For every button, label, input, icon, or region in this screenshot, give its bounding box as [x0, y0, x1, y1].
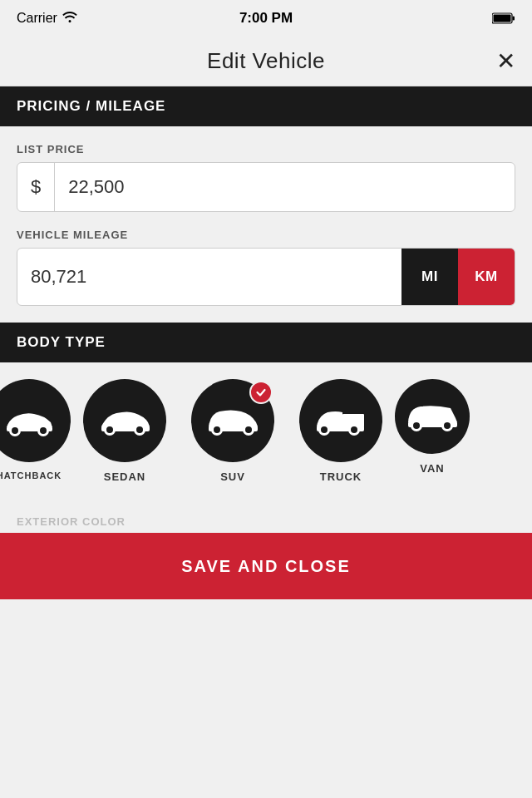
mileage-field: 80,721 MI KM — [17, 248, 515, 306]
vehicle-hatchback[interactable]: HATCHBACK — [0, 379, 71, 480]
battery-icon — [492, 12, 515, 24]
van-label: VAN — [420, 462, 444, 475]
close-button[interactable]: ✕ — [496, 50, 515, 73]
sedan-label: SEDAN — [104, 470, 146, 483]
pricing-content: LIST PRICE $ VEHICLE MILEAGE 80,721 MI K… — [0, 126, 532, 323]
svg-point-27 — [413, 422, 420, 429]
selected-badge — [249, 381, 273, 404]
van-circle — [395, 379, 470, 454]
svg-rect-1 — [494, 15, 511, 22]
save-button-label: SAVE AND CLOSE — [181, 557, 351, 576]
status-bar: Carrier 7:00 PM — [0, 0, 532, 37]
svg-point-16 — [214, 426, 220, 433]
header: Edit Vehicle ✕ — [0, 37, 532, 86]
pricing-heading: PRICING / MILEAGE — [17, 98, 165, 114]
wifi-icon — [62, 11, 77, 26]
body-type-section-header: BODY TYPE — [0, 323, 532, 362]
mi-button[interactable]: MI — [401, 249, 458, 305]
svg-point-11 — [106, 426, 113, 433]
vehicles-row: HATCHBACK SEDAN — [0, 362, 532, 491]
svg-point-12 — [136, 426, 143, 433]
list-price-label: LIST PRICE — [17, 143, 515, 155]
status-time: 7:00 PM — [239, 10, 293, 27]
mileage-value: 80,721 — [17, 266, 401, 288]
svg-point-22 — [321, 426, 328, 433]
body-type-heading: BODY TYPE — [17, 334, 106, 350]
carrier-label: Carrier — [17, 11, 57, 26]
hatchback-circle — [0, 379, 71, 462]
mileage-label: VEHICLE MILEAGE — [17, 229, 515, 241]
truck-circle — [299, 379, 382, 462]
truck-label: TRUCK — [320, 470, 362, 483]
list-price-field: $ — [17, 162, 515, 212]
svg-rect-2 — [513, 17, 515, 21]
svg-point-17 — [245, 426, 252, 433]
currency-prefix: $ — [17, 163, 55, 211]
suv-circle — [191, 379, 274, 462]
sedan-circle — [83, 379, 166, 462]
svg-point-6 — [12, 427, 18, 434]
save-close-button[interactable]: SAVE AND CLOSE — [0, 533, 532, 599]
hatchback-label: HATCHBACK — [0, 470, 62, 480]
list-price-input[interactable] — [55, 176, 515, 198]
exterior-color-hint: EXTERIOR COLOR — [17, 515, 126, 528]
svg-point-7 — [40, 427, 47, 434]
suv-label: SUV — [220, 470, 245, 483]
body-type-section: BODY TYPE HATCHBACK — [0, 323, 532, 491]
vehicle-sedan[interactable]: SEDAN — [71, 379, 179, 483]
unit-buttons: MI KM — [401, 249, 515, 305]
svg-point-23 — [351, 426, 357, 433]
svg-point-28 — [444, 422, 451, 429]
save-area: EXTERIOR COLOR SAVE AND CLOSE — [0, 491, 532, 599]
pricing-section-header: PRICING / MILEAGE — [0, 86, 532, 126]
page-title: Edit Vehicle — [207, 48, 325, 74]
carrier-text: Carrier — [17, 11, 77, 26]
vehicle-suv[interactable]: SUV — [179, 379, 287, 483]
vehicle-van[interactable]: VAN — [395, 379, 470, 475]
vehicle-truck[interactable]: TRUCK — [287, 379, 395, 483]
svg-rect-20 — [342, 414, 364, 427]
km-button[interactable]: KM — [458, 249, 515, 305]
